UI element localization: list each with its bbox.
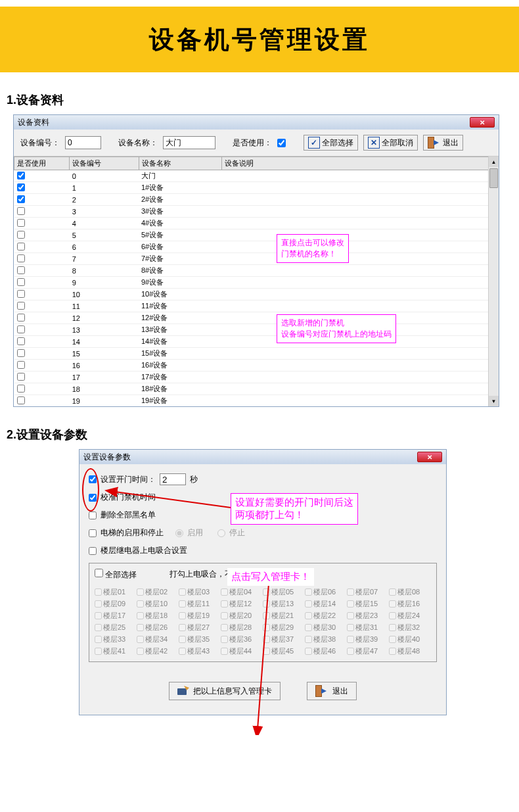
deselect-all-button[interactable]: ✕ 全部取消 [363, 135, 418, 151]
row-desc[interactable] [221, 300, 498, 312]
row-name[interactable]: 10#设备 [139, 289, 221, 300]
floor-checkbox[interactable] [305, 648, 312, 655]
row-name[interactable]: 2#设备 [139, 194, 221, 206]
row-name[interactable]: 1#设备 [139, 182, 221, 194]
table-row[interactable]: 0大门 [14, 170, 499, 182]
close-icon[interactable]: ✕ [470, 117, 495, 128]
floor-select-all-checkbox[interactable] [95, 569, 103, 577]
floor-checkbox[interactable] [179, 612, 186, 619]
table-row[interactable]: 77#设备 [14, 253, 499, 265]
floor-checkbox[interactable] [95, 588, 102, 596]
blacklist-checkbox[interactable] [89, 512, 97, 519]
row-name[interactable]: 12#设备 [139, 312, 221, 324]
row-use-checkbox[interactable] [17, 349, 25, 357]
floor-checkbox[interactable] [179, 600, 186, 608]
row-use-checkbox[interactable] [17, 396, 25, 404]
table-row[interactable]: 1616#设备 [14, 360, 499, 371]
floor-checkbox[interactable] [137, 648, 144, 655]
floor-checkbox[interactable] [137, 636, 144, 643]
row-name[interactable]: 8#设备 [139, 265, 221, 277]
table-row[interactable]: 1313#设备 [14, 324, 499, 336]
column-header[interactable]: 设备说明 [221, 157, 498, 170]
row-desc[interactable] [221, 371, 498, 383]
table-row[interactable]: 1818#设备 [14, 383, 499, 395]
floor-checkbox[interactable] [263, 636, 270, 643]
table-row[interactable]: 1010#设备 [14, 289, 499, 300]
floor-checkbox[interactable] [95, 600, 102, 608]
use-checkbox[interactable] [277, 139, 286, 147]
row-desc[interactable] [221, 206, 498, 218]
floor-checkbox[interactable] [95, 636, 102, 643]
row-desc[interactable] [221, 229, 498, 241]
calibrate-checkbox[interactable] [89, 494, 97, 502]
floor-checkbox[interactable] [263, 600, 270, 608]
device-no-input[interactable] [65, 136, 101, 149]
table-row[interactable]: 1212#设备 [14, 312, 499, 324]
table-row[interactable]: 88#设备 [14, 265, 499, 277]
scroll-up-icon[interactable]: ▲ [489, 156, 499, 167]
floor-checkbox[interactable] [95, 648, 102, 655]
floor-checkbox[interactable] [179, 636, 186, 643]
column-header[interactable]: 设备名称 [139, 157, 221, 170]
floor-checkbox[interactable] [137, 600, 144, 608]
column-header[interactable]: 是否使用 [14, 157, 70, 170]
row-use-checkbox[interactable] [17, 290, 25, 298]
floor-checkbox[interactable] [221, 600, 228, 608]
row-desc[interactable] [221, 395, 498, 407]
floor-checkbox[interactable] [305, 588, 312, 596]
exit-button[interactable]: 退出 [307, 682, 357, 700]
table-row[interactable]: 1111#设备 [14, 300, 499, 312]
floor-checkbox[interactable] [221, 624, 228, 631]
table-row[interactable]: 11#设备 [14, 182, 499, 194]
row-use-checkbox[interactable] [17, 314, 25, 322]
exit-button[interactable]: 退出 [423, 135, 463, 151]
floor-checkbox[interactable] [347, 588, 354, 596]
floor-checkbox[interactable] [347, 636, 354, 643]
floor-checkbox[interactable] [221, 648, 228, 655]
row-desc[interactable] [221, 253, 498, 265]
row-use-checkbox[interactable] [17, 325, 25, 333]
row-desc[interactable] [221, 383, 498, 395]
floor-checkbox[interactable] [389, 624, 396, 631]
floor-checkbox[interactable] [389, 588, 396, 596]
floor-checkbox[interactable] [389, 648, 396, 655]
floor-checkbox[interactable] [137, 588, 144, 596]
row-desc[interactable] [221, 265, 498, 277]
floor-checkbox[interactable] [263, 648, 270, 655]
row-use-checkbox[interactable] [17, 385, 25, 393]
disable-radio[interactable] [217, 529, 225, 537]
row-desc[interactable] [221, 170, 498, 182]
floor-checkbox[interactable] [263, 612, 270, 619]
floor-checkbox[interactable] [347, 624, 354, 631]
floor-checkbox[interactable] [263, 624, 270, 631]
floor-checkbox[interactable] [305, 600, 312, 608]
table-row[interactable]: 99#设备 [14, 277, 499, 289]
row-desc[interactable] [221, 289, 498, 300]
row-desc[interactable] [221, 194, 498, 206]
row-name[interactable]: 15#设备 [139, 348, 221, 360]
open-time-checkbox[interactable] [89, 475, 97, 483]
row-use-checkbox[interactable] [17, 231, 25, 239]
row-name[interactable]: 13#设备 [139, 324, 221, 336]
row-use-checkbox[interactable] [17, 337, 25, 345]
row-name[interactable]: 19#设备 [139, 395, 221, 407]
row-desc[interactable] [221, 182, 498, 194]
row-name[interactable]: 4#设备 [139, 218, 221, 229]
floor-checkbox[interactable] [305, 624, 312, 631]
floor-checkbox[interactable] [263, 588, 270, 596]
row-use-checkbox[interactable] [17, 207, 25, 215]
floor-checkbox[interactable] [137, 624, 144, 631]
table-row[interactable]: 1717#设备 [14, 371, 499, 383]
row-name[interactable]: 11#设备 [139, 300, 221, 312]
scrollbar-thumb[interactable] [489, 168, 498, 188]
row-desc[interactable] [221, 277, 498, 289]
floor-checkbox[interactable] [221, 588, 228, 596]
vertical-scrollbar[interactable]: ▲ ▼ [488, 156, 499, 406]
column-header[interactable]: 设备编号 [70, 157, 139, 170]
table-row[interactable]: 44#设备 [14, 218, 499, 229]
row-name[interactable]: 7#设备 [139, 253, 221, 265]
table-row[interactable]: 1919#设备 [14, 395, 499, 407]
row-use-checkbox[interactable] [17, 278, 25, 286]
row-desc[interactable] [221, 241, 498, 253]
row-use-checkbox[interactable] [17, 266, 25, 274]
